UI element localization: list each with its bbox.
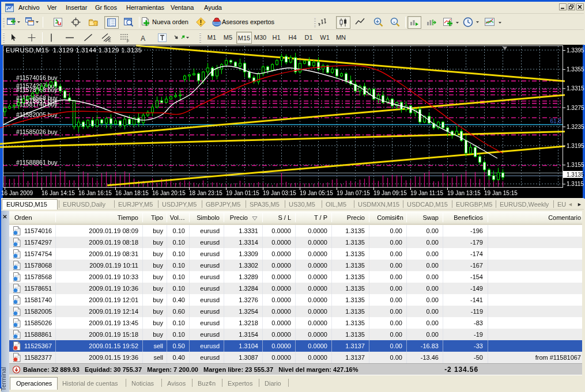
svg-text:16 Jan 2009: 16 Jan 2009 — [1, 190, 33, 196]
svg-text:1.3115: 1.3115 — [567, 181, 584, 187]
svg-text:19 Jan 11:15: 19 Jan 11:15 — [410, 190, 444, 196]
svg-text:61,8: 61,8 — [550, 118, 562, 124]
svg-text:19 Jan 09:15: 19 Jan 09:15 — [373, 190, 407, 196]
svg-text:16 Jan 14:15: 16 Jan 14:15 — [41, 190, 75, 196]
svg-text:#11574016 buy: #11574016 buy — [16, 74, 58, 81]
svg-text:16 Jan 20:15: 16 Jan 20:15 — [152, 190, 186, 196]
svg-text:19 Jan 05:15: 19 Jan 05:15 — [300, 190, 333, 196]
svg-text:F: F — [127, 39, 129, 43]
svg-text:1.3195: 1.3195 — [567, 143, 584, 149]
svg-text:16 Jan 16:15: 16 Jan 16:15 — [78, 190, 112, 196]
svg-text:19 Jan 07:15: 19 Jan 07:15 — [337, 190, 370, 196]
svg-text:#11588861 buy: #11588861 buy — [16, 159, 58, 166]
svg-text:1.3355: 1.3355 — [567, 66, 584, 73]
svg-text:EURUSD,M15 1.3129 1.3144 1.31: EURUSD,M15 1.3129 1.3144 1.3129 1.3135 — [6, 47, 142, 54]
svg-text:-: - — [393, 18, 395, 25]
svg-text:19 Jan 03:15: 19 Jan 03:15 — [263, 190, 296, 196]
svg-text:18 Jan 23:15: 18 Jan 23:15 — [189, 190, 222, 196]
svg-text:+: + — [376, 18, 379, 25]
svg-text:19 Jan 13:15: 19 Jan 13:15 — [447, 190, 481, 196]
svg-text:19 Jan 15:15: 19 Jan 15:15 — [484, 190, 518, 196]
svg-text:16 Jan 18:15: 16 Jan 18:15 — [115, 190, 149, 196]
svg-text:1.3275: 1.3275 — [567, 105, 584, 111]
svg-text:#11585026 buy: #11585026 buy — [16, 128, 58, 135]
svg-text:1.3235: 1.3235 — [567, 124, 584, 130]
svg-text:1.3315: 1.3315 — [567, 85, 584, 92]
svg-text:19 Jan 01:15: 19 Jan 01:15 — [226, 190, 259, 196]
svg-text:1.3395: 1.3395 — [567, 47, 584, 54]
svg-text:1.3135: 1.3135 — [567, 172, 584, 178]
svg-text:E: E — [108, 39, 111, 43]
svg-text:1.3155: 1.3155 — [567, 162, 584, 168]
